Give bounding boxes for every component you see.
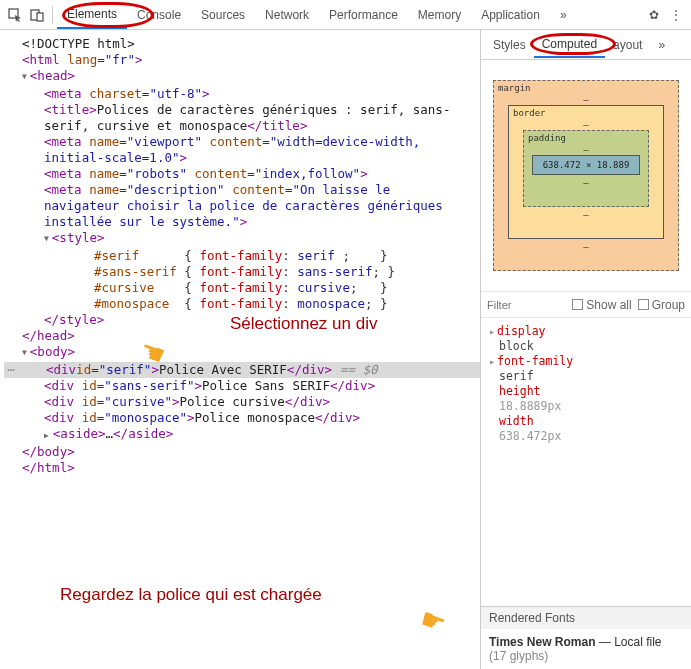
show-all-checkbox[interactable]: Show all [572, 298, 631, 312]
content: <!DOCTYPE html> <html lang="fr"> <head> … [0, 30, 691, 669]
rendered-fonts-header[interactable]: Rendered Fonts [481, 606, 691, 629]
group-checkbox[interactable]: Group [638, 298, 685, 312]
device-toggle-button[interactable] [26, 4, 48, 26]
computed-properties: display block font-family serif height 1… [481, 318, 691, 450]
tab-sources[interactable]: Sources [191, 2, 255, 28]
prop-width: width [499, 414, 534, 428]
styles-tab-styles[interactable]: Styles [485, 33, 534, 57]
svg-rect-2 [37, 13, 43, 21]
tab-network[interactable]: Network [255, 2, 319, 28]
tab-more[interactable]: » [550, 2, 577, 28]
dom-tree: <!DOCTYPE html> <html lang="fr"> <head> … [0, 30, 480, 482]
tab-console[interactable]: Console [127, 2, 191, 28]
styles-tabbar: Styles Computed ayout » [481, 30, 691, 60]
styles-tab-more[interactable]: » [650, 33, 673, 57]
doctype: <!DOCTYPE html> [22, 36, 135, 51]
box-model-content: 638.472 × 18.889 [532, 155, 640, 175]
tab-application[interactable]: Application [471, 2, 550, 28]
tab-performance[interactable]: Performance [319, 2, 408, 28]
selected-dom-node[interactable]: ⋯ <div id="serif">Police Avec SERIF</div… [4, 362, 480, 378]
divider [52, 6, 53, 24]
kebab-icon[interactable]: ⋮ [665, 4, 687, 26]
annotation-look-font: Regardez la police qui est chargée [60, 585, 322, 605]
prop-display[interactable]: display [489, 324, 683, 339]
filter-input[interactable] [487, 299, 537, 311]
hand-pointer-icon: ☛ [415, 602, 450, 642]
tab-memory[interactable]: Memory [408, 2, 471, 28]
settings-icon[interactable]: ✿ [643, 4, 665, 26]
more-dots[interactable]: ⋯ [4, 362, 18, 378]
devtools-topbar: Elements Console Sources Network Perform… [0, 0, 691, 30]
rendered-fonts-body: Times New Roman — Local file (17 glyphs) [481, 629, 691, 669]
prop-font-family[interactable]: font-family [489, 354, 683, 369]
annotation-select-div: Sélectionnez un div [230, 314, 377, 334]
computed-filters: Show all Group [481, 292, 691, 318]
box-model: margin– border– padding– 638.472 × 18.88… [481, 60, 691, 292]
prop-height: height [499, 384, 541, 398]
styles-sidebar: Styles Computed ayout » margin– border– … [481, 30, 691, 669]
elements-panel[interactable]: <!DOCTYPE html> <html lang="fr"> <head> … [0, 30, 481, 669]
selected-suffix: == $0 [340, 362, 378, 378]
styles-tab-computed[interactable]: Computed [534, 32, 605, 58]
inspect-button[interactable] [4, 4, 26, 26]
styles-tab-layout[interactable]: ayout [605, 33, 650, 57]
tab-elements[interactable]: Elements [57, 1, 127, 29]
